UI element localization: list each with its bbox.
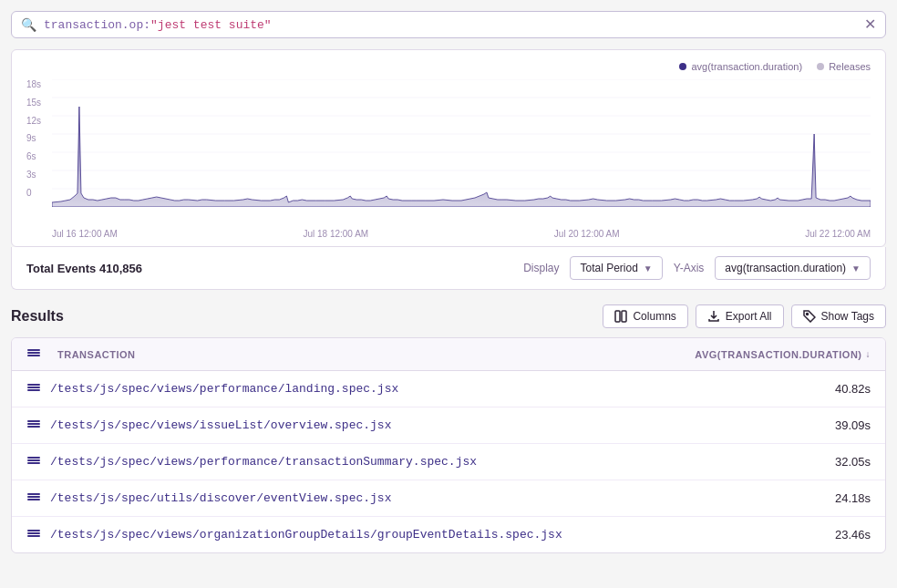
row-stack-icon-3 [26, 453, 41, 470]
legend-dot-releases [817, 63, 824, 70]
svg-rect-12 [27, 352, 40, 354]
x-label-jul22: Jul 22 12:00 AM [805, 229, 871, 239]
yaxis-label: Y-Axis [674, 262, 705, 274]
svg-rect-26 [27, 535, 40, 537]
results-table: Transaction AVG(TRANSACTION.DURATION) ↓ … [11, 337, 886, 553]
svg-rect-14 [27, 389, 40, 391]
y-label-3s: 3s [26, 170, 41, 180]
yaxis-dropdown[interactable]: avg(transaction.duration) ▼ [715, 256, 871, 280]
svg-rect-21 [27, 459, 40, 461]
export-icon [707, 310, 720, 323]
svg-rect-9 [622, 311, 626, 322]
svg-rect-15 [27, 387, 40, 388]
svg-rect-8 [615, 311, 620, 322]
display-value: Total Period [580, 262, 637, 274]
table-header: Transaction AVG(TRANSACTION.DURATION) ↓ [12, 338, 885, 371]
x-label-jul18: Jul 18 12:00 AM [303, 229, 368, 239]
search-bar: 🔍 transaction.op:"jest test suite" ✕ [11, 11, 886, 38]
svg-rect-24 [27, 496, 40, 498]
row-value-3: 32.05s [835, 455, 871, 469]
stats-bar: Total Events 410,856 Display Total Perio… [11, 247, 886, 290]
x-label-jul20: Jul 20 12:00 AM [554, 229, 620, 239]
results-header: Results Columns Export All [11, 304, 886, 328]
sort-icon[interactable]: ↓ [866, 349, 871, 359]
table-row: /tests/js/spec/utils/discover/eventView.… [12, 480, 885, 517]
y-label-9s: 9s [26, 133, 41, 143]
search-clear-button[interactable]: ✕ [864, 17, 876, 32]
search-icon: 🔍 [21, 17, 36, 32]
results-title: Results [11, 308, 64, 325]
show-tags-button[interactable]: Show Tags [791, 304, 886, 328]
columns-button[interactable]: Columns [603, 304, 687, 328]
y-label-12s: 12s [26, 116, 41, 126]
show-tags-label: Show Tags [821, 310, 874, 323]
row-path-4[interactable]: /tests/js/spec/utils/discover/eventView.… [50, 491, 835, 505]
row-stack-icon-1 [26, 380, 41, 397]
display-chevron-icon: ▼ [644, 263, 653, 273]
svg-rect-19 [27, 420, 40, 422]
svg-rect-11 [27, 355, 40, 356]
columns-label: Columns [633, 310, 675, 323]
svg-rect-20 [27, 462, 40, 464]
row-stack-icon-2 [26, 417, 41, 434]
chart-area: 18s 15s 12s 9s 6s 3s 0 [26, 79, 871, 225]
row-stack-icon-4 [26, 490, 41, 507]
row-value-5: 23.46s [835, 528, 871, 542]
legend-avg: avg(transaction.duration) [679, 61, 802, 72]
row-value-4: 24.18s [835, 491, 871, 505]
legend-dot-avg [679, 63, 686, 70]
col-metric-header: AVG(TRANSACTION.DURATION) ↓ [695, 349, 871, 360]
yaxis-value: avg(transaction.duration) [725, 262, 846, 274]
legend-avg-label: avg(transaction.duration) [691, 61, 802, 72]
svg-rect-13 [27, 349, 40, 351]
svg-rect-27 [27, 532, 40, 534]
row-path-5[interactable]: /tests/js/spec/views/organizationGroupDe… [50, 528, 835, 542]
row-path-1[interactable]: /tests/js/spec/views/performance/landing… [50, 382, 835, 396]
y-label-15s: 15s [26, 98, 41, 108]
yaxis-chevron-icon: ▼ [851, 263, 861, 273]
display-label: Display [523, 262, 559, 274]
table-row: /tests/js/spec/views/performance/landing… [12, 371, 885, 407]
row-stack-icon-5 [26, 526, 41, 543]
legend-releases-label: Releases [829, 61, 871, 72]
columns-icon [614, 310, 627, 323]
display-dropdown[interactable]: Total Period ▼ [570, 256, 662, 280]
svg-rect-23 [27, 499, 40, 500]
header-stack-icon [26, 346, 41, 360]
export-label: Export All [726, 310, 772, 323]
chart-svg [52, 79, 871, 207]
svg-rect-16 [27, 384, 40, 386]
x-axis-labels: Jul 16 12:00 AM Jul 18 12:00 AM Jul 20 1… [26, 225, 871, 246]
chart-container: avg(transaction.duration) Releases 18s 1… [11, 49, 886, 247]
table-row: /tests/js/spec/views/performance/transac… [12, 444, 885, 480]
row-path-3[interactable]: /tests/js/spec/views/performance/transac… [50, 455, 835, 469]
y-axis-labels: 18s 15s 12s 9s 6s 3s 0 [26, 79, 41, 198]
table-row: /tests/js/spec/views/issueList/overview.… [12, 407, 885, 444]
chart-legend: avg(transaction.duration) Releases [26, 61, 871, 72]
svg-rect-17 [27, 426, 40, 428]
svg-rect-28 [27, 530, 40, 531]
y-label-18s: 18s [26, 79, 41, 89]
export-button[interactable]: Export All [696, 304, 784, 328]
x-label-jul16: Jul 16 12:00 AM [52, 229, 118, 239]
svg-rect-18 [27, 423, 40, 425]
row-value-2: 39.09s [835, 418, 871, 432]
y-label-0: 0 [26, 188, 41, 198]
row-value-1: 40.82s [835, 382, 871, 396]
tag-icon [803, 310, 816, 323]
header-icon-placeholder [26, 346, 48, 363]
table-row: /tests/js/spec/views/organizationGroupDe… [12, 517, 885, 552]
row-path-2[interactable]: /tests/js/spec/views/issueList/overview.… [50, 418, 835, 432]
svg-rect-25 [27, 493, 40, 495]
total-events-label: Total Events 410,856 [26, 262, 142, 275]
total-events-value: 410,856 [99, 262, 142, 275]
col-transaction-header: Transaction [57, 349, 695, 360]
svg-point-10 [806, 314, 808, 315]
svg-rect-22 [27, 457, 40, 459]
display-controls: Display Total Period ▼ Y-Axis avg(transa… [523, 256, 871, 280]
legend-releases: Releases [817, 61, 871, 72]
results-actions: Columns Export All Show Tags [603, 304, 886, 328]
search-input-display[interactable]: transaction.op:"jest test suite" [44, 18, 857, 32]
y-label-6s: 6s [26, 151, 41, 161]
main-container: 🔍 transaction.op:"jest test suite" ✕ avg… [0, 0, 897, 588]
